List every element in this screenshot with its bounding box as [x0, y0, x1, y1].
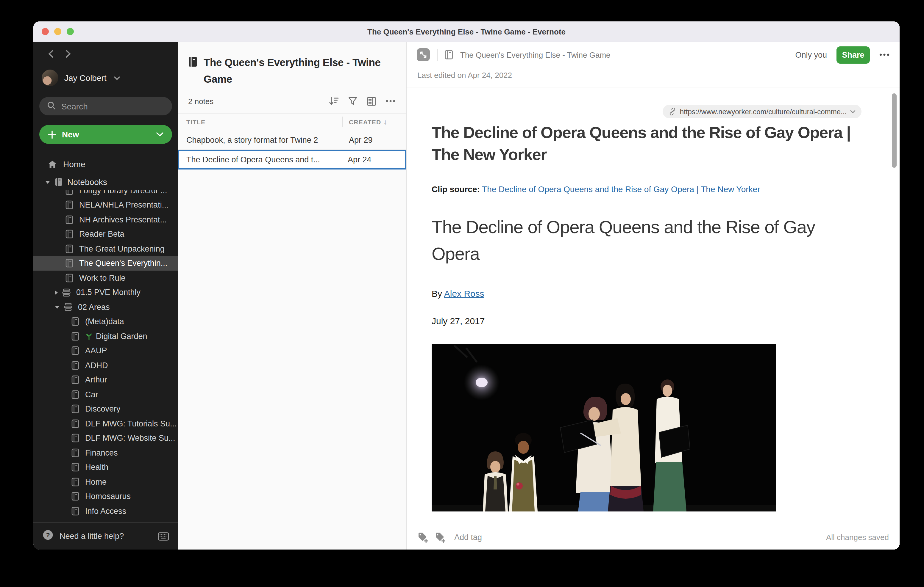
sidebar-notebook-item[interactable]: Car: [33, 387, 178, 402]
notebook-icon: [71, 434, 79, 443]
save-status: All changes saved: [826, 533, 889, 541]
forward-icon[interactable]: [65, 49, 71, 61]
traffic-lights: [42, 28, 74, 35]
expand-note-icon[interactable]: [417, 48, 430, 61]
sidebar-notebook-item[interactable]: Longy Library Director ...: [33, 190, 178, 198]
zoom-button[interactable]: [67, 28, 74, 35]
evernote-window: The Queen's Everything Else - Twine Game…: [33, 21, 899, 549]
view-options-icon[interactable]: [367, 97, 376, 105]
sidebar-stack-item[interactable]: 02 Areas: [33, 300, 178, 314]
more-options-icon[interactable]: [386, 100, 395, 102]
sidebar-notebook-item[interactable]: DLF MWG: Tutorials Su...: [33, 416, 178, 431]
disclosure-triangle[interactable]: [45, 181, 50, 184]
add-tag-icon[interactable]: [435, 531, 446, 543]
notebook-icon: [66, 274, 73, 283]
sidebar-item-label: Notebooks: [67, 177, 107, 187]
notebook-icon: [188, 56, 198, 87]
note-count: 2 notes: [188, 97, 213, 105]
chevron-down-icon: [114, 76, 120, 80]
disclosure-triangle[interactable]: [55, 306, 59, 309]
article-photo: [432, 344, 776, 511]
keyboard-shortcuts-icon[interactable]: [158, 532, 169, 540]
disclosure-triangle[interactable]: [55, 290, 58, 295]
note-content: https://www.newyorker.com/culture/cultur…: [407, 87, 899, 525]
sharing-status[interactable]: Only you: [795, 50, 827, 59]
sidebar-notebook-item[interactable]: ADHD: [33, 358, 178, 373]
sidebar-item-label: Homosaurus: [85, 492, 131, 501]
sidebar-item-notebooks[interactable]: Notebooks: [33, 175, 178, 189]
sidebar-notebook-item[interactable]: (Meta)data: [33, 314, 178, 329]
sidebar-notebook-item[interactable]: Discovery: [33, 402, 178, 416]
sidebar-item-label: Reader Beta: [79, 230, 124, 239]
new-button-label: New: [62, 130, 79, 139]
sidebar-notebook-item[interactable]: Finances: [33, 446, 178, 460]
sidebar-notebook-item[interactable]: Home: [33, 475, 178, 489]
sidebar-item-home[interactable]: Home: [33, 157, 178, 171]
search-input[interactable]: Search: [39, 97, 172, 115]
svg-text:?: ?: [46, 531, 50, 539]
help-icon[interactable]: ?: [42, 529, 54, 543]
sidebar-notebook-item[interactable]: DLF MWG: Website Su...: [33, 431, 178, 446]
note-list-row[interactable]: Chapbook, a story format for Twine 2Apr …: [178, 130, 406, 150]
author-link[interactable]: Alex Ross: [444, 288, 484, 298]
sidebar-notebook-item[interactable]: Health: [33, 460, 178, 475]
notebook-icon: [66, 201, 73, 210]
sidebar-notebook-item[interactable]: Digital Garden: [33, 329, 178, 344]
account-menu[interactable]: Jay Colbert: [42, 69, 178, 86]
share-button[interactable]: Share: [837, 46, 870, 63]
note-more-icon[interactable]: [879, 54, 889, 56]
window-title: The Queen's Everything Else - Twine Game…: [367, 27, 566, 36]
add-tag-icon[interactable]: [417, 531, 429, 543]
clip-source-line: Clip source: The Decline of Opera Queens…: [432, 184, 899, 194]
notebook-icon: [71, 463, 79, 472]
sidebar-item-label: Arthur: [85, 376, 107, 385]
minimize-button[interactable]: [54, 28, 61, 35]
column-title[interactable]: TITLE: [186, 118, 342, 125]
chevron-down-icon: [850, 110, 856, 113]
user-name: Jay Colbert: [64, 73, 107, 83]
seedling-icon: [85, 332, 93, 340]
stack-icon: [64, 303, 73, 311]
help-label[interactable]: Need a little help?: [59, 532, 124, 541]
sidebar-notebook-item[interactable]: Arthur: [33, 373, 178, 387]
sort-direction-icon: ↓: [383, 117, 387, 126]
sidebar-item-label: Digital Garden: [96, 332, 147, 341]
sort-icon[interactable]: [329, 96, 339, 106]
stack-icon: [62, 288, 71, 297]
clip-source-link[interactable]: The Decline of Opera Queens and the Rise…: [482, 184, 760, 194]
note-list-pane: The Queen's Everything Else - Twine Game…: [178, 42, 407, 549]
back-icon[interactable]: [48, 49, 54, 61]
sidebar-notebook-item[interactable]: The Queen's Everythin...: [33, 256, 178, 271]
chevron-down-icon[interactable]: [156, 132, 164, 137]
sidebar-notebook-item[interactable]: NELA/NHLA Presentati...: [33, 198, 178, 212]
sidebar-item-label: DLF MWG: Tutorials Su...: [85, 419, 177, 428]
note-list-row[interactable]: The Decline of Opera Queens and t...Apr …: [178, 150, 406, 169]
sidebar-item-label: Health: [85, 463, 108, 472]
article-date: July 27, 2017: [432, 316, 899, 326]
filter-icon[interactable]: [348, 97, 357, 105]
notebook-icon: [71, 449, 79, 457]
note-title[interactable]: The Decline of Opera Queens and the Rise…: [432, 122, 863, 166]
note-row-created: Apr 24: [342, 155, 405, 164]
column-created[interactable]: CREATED ↓: [342, 117, 406, 127]
sidebar-notebook-item[interactable]: Reader Beta: [33, 227, 178, 242]
note-pane: The Queen's Everything Else - Twine Game…: [407, 42, 899, 549]
breadcrumb[interactable]: The Queen's Everything Else - Twine Game: [460, 50, 610, 59]
sidebar-notebook-item[interactable]: Info Access: [33, 504, 178, 518]
notebook-icon: [445, 50, 453, 59]
home-icon: [48, 159, 57, 169]
sidebar-stack-item[interactable]: 01.5 PVE Monthly: [33, 285, 178, 300]
sidebar-notebook-item[interactable]: AAUP: [33, 344, 178, 358]
sidebar-notebook-item[interactable]: Homosaurus: [33, 489, 178, 504]
sidebar-notebook-item[interactable]: Work to Rule: [33, 271, 178, 285]
new-button[interactable]: New: [39, 125, 172, 144]
scrollbar-thumb[interactable]: [892, 94, 897, 168]
add-tag-label[interactable]: Add tag: [454, 533, 482, 541]
sidebar-notebook-item[interactable]: The Great Unpackening: [33, 242, 178, 256]
notebook-icon: [71, 376, 79, 385]
notebooks-icon: [54, 177, 63, 187]
clipped-url-pill[interactable]: https://www.newyorker.com/culture/cultur…: [663, 105, 861, 118]
notebook-icon: [71, 317, 79, 326]
close-button[interactable]: [42, 28, 49, 35]
sidebar-notebook-item[interactable]: NH Archives Presentat...: [33, 212, 178, 227]
